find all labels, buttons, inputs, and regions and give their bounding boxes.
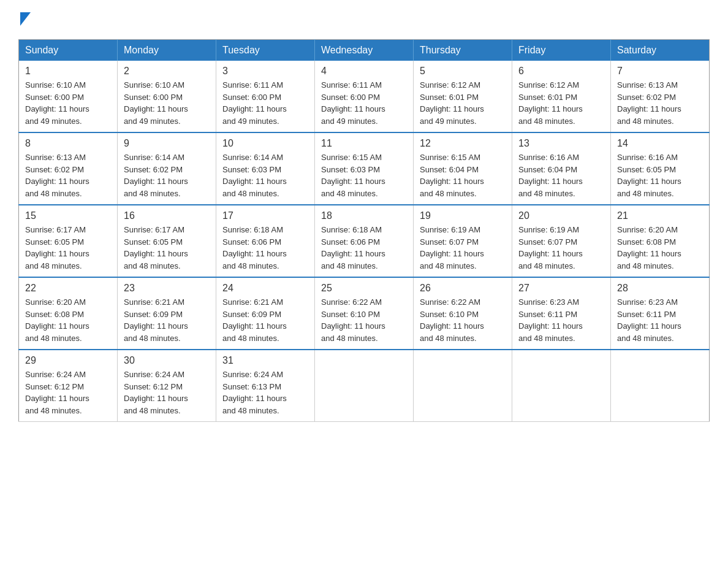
day-info: Sunrise: 6:22 AM Sunset: 6:10 PM Dayligh… (321, 296, 407, 344)
day-info: Sunrise: 6:16 AM Sunset: 6:04 PM Dayligh… (518, 151, 604, 199)
calendar-day-cell: 1 Sunrise: 6:10 AM Sunset: 6:00 PM Dayli… (19, 61, 118, 132)
calendar-day-cell: 4 Sunrise: 6:11 AM Sunset: 6:00 PM Dayli… (315, 61, 414, 132)
day-number: 17 (222, 210, 308, 221)
day-number: 20 (518, 210, 604, 221)
calendar-day-header: Sunday (19, 40, 118, 61)
calendar-day-cell: 31 Sunrise: 6:24 AM Sunset: 6:13 PM Dayl… (216, 350, 315, 422)
day-info: Sunrise: 6:24 AM Sunset: 6:12 PM Dayligh… (25, 369, 111, 416)
day-info: Sunrise: 6:21 AM Sunset: 6:09 PM Dayligh… (222, 296, 308, 344)
calendar-day-cell: 26 Sunrise: 6:22 AM Sunset: 6:10 PM Dayl… (414, 277, 512, 350)
day-number: 27 (518, 283, 604, 294)
calendar-week-row: 29 Sunrise: 6:24 AM Sunset: 6:12 PM Dayl… (19, 350, 710, 422)
day-info: Sunrise: 6:12 AM Sunset: 6:01 PM Dayligh… (518, 79, 604, 127)
calendar-day-header: Saturday (611, 40, 710, 61)
calendar-week-row: 15 Sunrise: 6:17 AM Sunset: 6:05 PM Dayl… (19, 205, 710, 277)
calendar-day-cell: 12 Sunrise: 6:15 AM Sunset: 6:04 PM Dayl… (414, 132, 512, 205)
day-info: Sunrise: 6:12 AM Sunset: 6:01 PM Dayligh… (420, 79, 506, 127)
page-header (18, 12, 710, 27)
day-info: Sunrise: 6:13 AM Sunset: 6:02 PM Dayligh… (25, 151, 111, 199)
day-info: Sunrise: 6:17 AM Sunset: 6:05 PM Dayligh… (124, 224, 210, 272)
day-number: 25 (321, 283, 407, 294)
day-info: Sunrise: 6:13 AM Sunset: 6:02 PM Dayligh… (617, 79, 703, 127)
calendar-day-header: Wednesday (315, 40, 414, 61)
day-info: Sunrise: 6:22 AM Sunset: 6:10 PM Dayligh… (420, 296, 506, 344)
calendar-day-header: Friday (512, 40, 611, 61)
calendar-day-cell (512, 350, 611, 422)
day-number: 2 (124, 66, 210, 77)
calendar-day-cell: 15 Sunrise: 6:17 AM Sunset: 6:05 PM Dayl… (19, 205, 118, 277)
day-info: Sunrise: 6:20 AM Sunset: 6:08 PM Dayligh… (617, 224, 703, 272)
day-number: 16 (124, 210, 210, 221)
calendar-day-cell: 14 Sunrise: 6:16 AM Sunset: 6:05 PM Dayl… (611, 132, 710, 205)
day-number: 11 (321, 138, 407, 149)
day-number: 29 (25, 355, 111, 366)
calendar-day-cell: 2 Sunrise: 6:10 AM Sunset: 6:00 PM Dayli… (118, 61, 216, 132)
day-info: Sunrise: 6:11 AM Sunset: 6:00 PM Dayligh… (222, 79, 308, 127)
day-number: 8 (25, 138, 111, 149)
day-number: 19 (420, 210, 506, 221)
day-info: Sunrise: 6:10 AM Sunset: 6:00 PM Dayligh… (25, 79, 111, 127)
day-info: Sunrise: 6:24 AM Sunset: 6:12 PM Dayligh… (124, 369, 210, 416)
day-info: Sunrise: 6:20 AM Sunset: 6:08 PM Dayligh… (25, 296, 111, 344)
day-info: Sunrise: 6:14 AM Sunset: 6:02 PM Dayligh… (124, 151, 210, 199)
day-info: Sunrise: 6:18 AM Sunset: 6:06 PM Dayligh… (321, 224, 407, 272)
calendar-day-cell (315, 350, 414, 422)
calendar-day-cell: 3 Sunrise: 6:11 AM Sunset: 6:00 PM Dayli… (216, 61, 315, 132)
calendar-day-cell: 29 Sunrise: 6:24 AM Sunset: 6:12 PM Dayl… (19, 350, 118, 422)
calendar-day-cell: 8 Sunrise: 6:13 AM Sunset: 6:02 PM Dayli… (19, 132, 118, 205)
calendar-day-cell: 20 Sunrise: 6:19 AM Sunset: 6:07 PM Dayl… (512, 205, 611, 277)
day-number: 15 (25, 210, 111, 221)
day-number: 1 (25, 66, 111, 77)
calendar-day-cell: 11 Sunrise: 6:15 AM Sunset: 6:03 PM Dayl… (315, 132, 414, 205)
calendar-week-row: 1 Sunrise: 6:10 AM Sunset: 6:00 PM Dayli… (19, 61, 710, 132)
calendar-day-cell: 16 Sunrise: 6:17 AM Sunset: 6:05 PM Dayl… (118, 205, 216, 277)
day-number: 4 (321, 66, 407, 77)
day-number: 31 (222, 355, 308, 366)
calendar-day-cell: 9 Sunrise: 6:14 AM Sunset: 6:02 PM Dayli… (118, 132, 216, 205)
day-info: Sunrise: 6:16 AM Sunset: 6:05 PM Dayligh… (617, 151, 703, 199)
calendar-week-row: 8 Sunrise: 6:13 AM Sunset: 6:02 PM Dayli… (19, 132, 710, 205)
day-info: Sunrise: 6:17 AM Sunset: 6:05 PM Dayligh… (25, 224, 111, 272)
calendar-day-cell: 21 Sunrise: 6:20 AM Sunset: 6:08 PM Dayl… (611, 205, 710, 277)
calendar-day-cell: 7 Sunrise: 6:13 AM Sunset: 6:02 PM Dayli… (611, 61, 710, 132)
day-number: 24 (222, 283, 308, 294)
calendar-day-cell (611, 350, 710, 422)
day-number: 22 (25, 283, 111, 294)
calendar-day-cell: 17 Sunrise: 6:18 AM Sunset: 6:06 PM Dayl… (216, 205, 315, 277)
day-number: 10 (222, 138, 308, 149)
day-number: 6 (518, 66, 604, 77)
day-info: Sunrise: 6:15 AM Sunset: 6:03 PM Dayligh… (321, 151, 407, 199)
day-number: 30 (124, 355, 210, 366)
day-info: Sunrise: 6:24 AM Sunset: 6:13 PM Dayligh… (222, 369, 308, 416)
day-number: 3 (222, 66, 308, 77)
day-info: Sunrise: 6:10 AM Sunset: 6:00 PM Dayligh… (124, 79, 210, 127)
day-info: Sunrise: 6:23 AM Sunset: 6:11 PM Dayligh… (518, 296, 604, 344)
day-info: Sunrise: 6:15 AM Sunset: 6:04 PM Dayligh… (420, 151, 506, 199)
day-number: 26 (420, 283, 506, 294)
day-number: 28 (617, 283, 703, 294)
logo-triangle-icon (20, 12, 31, 26)
calendar-table: SundayMondayTuesdayWednesdayThursdayFrid… (18, 39, 710, 422)
calendar-day-cell: 6 Sunrise: 6:12 AM Sunset: 6:01 PM Dayli… (512, 61, 611, 132)
calendar-day-cell: 18 Sunrise: 6:18 AM Sunset: 6:06 PM Dayl… (315, 205, 414, 277)
day-info: Sunrise: 6:18 AM Sunset: 6:06 PM Dayligh… (222, 224, 308, 272)
day-number: 18 (321, 210, 407, 221)
calendar-day-cell: 28 Sunrise: 6:23 AM Sunset: 6:11 PM Dayl… (611, 277, 710, 350)
calendar-day-cell: 5 Sunrise: 6:12 AM Sunset: 6:01 PM Dayli… (414, 61, 512, 132)
calendar-day-cell: 19 Sunrise: 6:19 AM Sunset: 6:07 PM Dayl… (414, 205, 512, 277)
calendar-day-header: Thursday (414, 40, 512, 61)
calendar-day-cell: 24 Sunrise: 6:21 AM Sunset: 6:09 PM Dayl… (216, 277, 315, 350)
day-info: Sunrise: 6:11 AM Sunset: 6:00 PM Dayligh… (321, 79, 407, 127)
day-info: Sunrise: 6:19 AM Sunset: 6:07 PM Dayligh… (420, 224, 506, 272)
day-number: 12 (420, 138, 506, 149)
calendar-day-header: Monday (118, 40, 216, 61)
day-info: Sunrise: 6:21 AM Sunset: 6:09 PM Dayligh… (124, 296, 210, 344)
calendar-header-row: SundayMondayTuesdayWednesdayThursdayFrid… (19, 40, 710, 61)
day-number: 7 (617, 66, 703, 77)
calendar-day-cell (414, 350, 512, 422)
day-number: 14 (617, 138, 703, 149)
day-info: Sunrise: 6:14 AM Sunset: 6:03 PM Dayligh… (222, 151, 308, 199)
calendar-day-cell: 10 Sunrise: 6:14 AM Sunset: 6:03 PM Dayl… (216, 132, 315, 205)
calendar-day-cell: 13 Sunrise: 6:16 AM Sunset: 6:04 PM Dayl… (512, 132, 611, 205)
calendar-day-cell: 27 Sunrise: 6:23 AM Sunset: 6:11 PM Dayl… (512, 277, 611, 350)
